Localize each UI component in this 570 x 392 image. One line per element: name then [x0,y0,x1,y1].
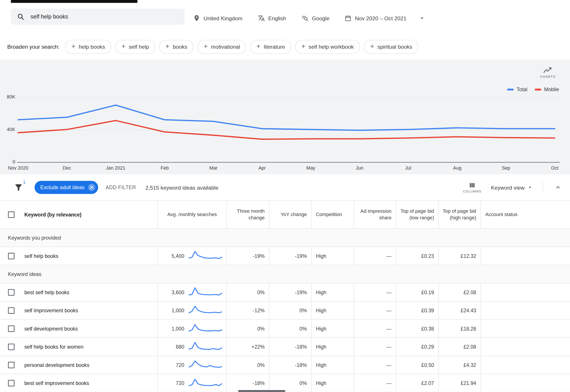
row-checkbox[interactable] [8,252,15,259]
y-axis-label: 0 [1,159,15,165]
ad-impression-share: — [354,374,396,392]
bid-high-value: £12.32 [438,247,481,265]
header-competition[interactable]: Competition [311,201,354,228]
yoy-change: -19% [269,283,311,301]
top-black-bar [11,0,137,3]
yoy-change: -18% [269,356,311,374]
sparkline-chart [188,377,223,389]
avg-searches-value: 720 [165,362,184,367]
bid-low-value: £0.29 [396,338,438,356]
row-checkbox[interactable] [8,325,15,332]
avg-searches-value: 1,000 [165,308,184,313]
header-account-status[interactable]: Account status [481,201,570,228]
divider [543,182,543,193]
date-range-setting[interactable]: Nov 2020 – Oct 2021 [345,14,426,22]
x-axis-label: Dec [63,165,71,171]
campaign-settings: United Kingdom English Google Nov 2020 –… [193,3,426,33]
x-axis-label: Jul [405,165,411,171]
keyword-view-select[interactable]: Keyword view [491,184,533,191]
header-bid-high[interactable]: Top of page bid (high range) [438,201,481,228]
network-setting[interactable]: Google [301,14,330,22]
charts-toggle-button[interactable]: CHARTS [540,67,555,78]
plus-icon: + [165,43,170,50]
chip-motivational[interactable]: +motivational [197,40,246,54]
sparkline-chart [188,286,223,298]
columns-icon [468,182,476,189]
header-ad-share[interactable]: Ad impression share [354,201,396,228]
yoy-change: 0% [269,374,311,392]
chip-help-books[interactable]: +help books [65,40,111,54]
avg-searches-value: 1,000 [165,326,184,331]
keyword-cell[interactable]: best self improvement books [24,374,157,392]
x-axis-label: Aug [453,165,462,171]
filter-funnel-icon [14,183,23,192]
translate-icon [258,14,265,22]
bid-low-value: £0.38 [396,320,438,337]
account-status-cell [481,338,570,356]
competition-value: High [311,338,354,356]
account-status-cell [481,320,570,337]
chip-self-help-workbook[interactable]: +self help workbook [295,40,360,54]
chevron-down-icon[interactable] [418,14,426,22]
yoy-change: -18% [269,338,311,356]
keyword-cell[interactable]: personal development books [24,356,157,374]
horizontal-scrollbar-thumb[interactable] [238,390,285,392]
table-row: self development books 1,000 0% 0% High … [0,320,570,338]
competition-value: High [311,356,354,374]
columns-button[interactable]: COLUMNS [463,182,482,193]
table-controls: COLUMNS Keyword view [463,182,570,193]
chart-legend: Total Mobile [507,86,559,92]
bid-low-value: £0.39 [396,301,438,319]
exclude-adult-ideas-chip[interactable]: Exclude adult ideas [35,181,98,194]
keyword-search-box[interactable]: self help books [11,9,185,25]
three-month-change: 0% [226,320,269,337]
trend-chart-area: 80K 40K 0 Nov 2020 Dec Jan 2021 Feb Mar … [0,60,570,174]
chip-self-help[interactable]: +self help [115,40,155,54]
search-network-icon [301,14,308,22]
keyword-cell[interactable]: self development books [24,320,157,337]
three-month-change: -18% [226,374,269,392]
keyword-cell[interactable]: best self help books [24,283,157,301]
ad-impression-share: — [354,283,396,301]
legend-mobile[interactable]: Mobile [535,86,559,92]
header-avg-searches[interactable]: Avg. monthly searches [157,201,226,228]
location-setting[interactable]: United Kingdom [193,14,242,22]
header-yoy[interactable]: YoY change [269,201,311,228]
header-bid-low[interactable]: Top of page bid (low range) [396,201,438,228]
filter-button[interactable]: 1 [14,183,23,192]
collapse-table-button[interactable] [553,182,563,193]
legend-total[interactable]: Total [507,86,527,92]
topbar: self help books United Kingdom English G… [0,3,570,33]
table-row: self help books for women 880 +22% -18% … [0,338,570,356]
chip-literature[interactable]: +literature [250,40,291,54]
chip-spiritual-books[interactable]: +spiritual books [364,40,418,54]
add-filter-button[interactable]: ADD FILTER [106,184,136,190]
keyword-cell[interactable]: self improvement books [24,301,157,319]
language-setting[interactable]: English [258,14,286,22]
row-checkbox[interactable] [8,307,15,314]
bid-high-value: £2.08 [438,283,481,301]
section-keywords-provided: Keywords you provided [0,229,570,247]
row-checkbox[interactable] [8,380,15,386]
header-keyword[interactable]: Keyword (by relevance) [24,201,157,228]
remove-filter-icon[interactable] [88,184,95,191]
keyword-cell[interactable]: self help books [24,247,157,265]
y-axis-label: 80K [1,94,15,99]
select-all-checkbox[interactable] [8,211,15,218]
chevron-up-icon [554,183,562,191]
row-checkbox[interactable] [8,289,15,295]
x-axis-label: Nov 2020 [8,165,29,171]
keyword-cell[interactable]: self help books for women [24,338,157,356]
row-checkbox[interactable] [8,362,15,368]
sparkline-chart [188,250,223,262]
ad-impression-share: — [354,320,396,337]
trend-chart-svg [0,60,570,174]
bid-high-value: £24.43 [438,301,481,319]
bid-high-value: £21.94 [438,374,481,392]
header-three-month[interactable]: Three month change [226,201,269,228]
competition-value: High [311,283,354,301]
avg-searches-value: 720 [165,380,184,386]
chip-books[interactable]: +books [159,40,193,54]
row-checkbox[interactable] [8,343,15,350]
account-status-cell [481,283,570,301]
